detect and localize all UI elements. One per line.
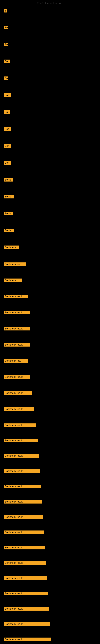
bottleneck-label: Bottleneck: [4, 246, 19, 249]
list-item: Bot: [4, 58, 96, 65]
list-item: Bottle: [4, 177, 96, 184]
bottleneck-label: Bottleneck result: [4, 592, 48, 595]
list-item: Bottleneck result: [4, 406, 96, 413]
bottleneck-label: Bottleneck result: [4, 295, 28, 298]
site-title: TheBottlenecker.com: [0, 0, 100, 6]
list-item: Bottleneck result: [4, 422, 96, 429]
list-item: Bottleneck result: [4, 499, 96, 506]
bottleneck-label: Bottlen: [4, 195, 14, 198]
bottleneck-label: Bottleneck result: [4, 311, 30, 314]
bottleneck-label: Bottleneck result: [4, 622, 50, 626]
bottleneck-label: Bottleneck result: [4, 500, 42, 504]
list-item: Bottleneck result: [4, 606, 96, 612]
bottleneck-label: Bottle: [4, 178, 13, 182]
list-item: Bottleneck result: [4, 514, 96, 521]
bottleneck-label: Bottleneck result: [4, 454, 39, 458]
list-item: Bot: [4, 109, 96, 116]
list-item: Bottleneck: [4, 244, 96, 251]
items-container: BBoBoBotBoBottBotBottBottBottBottleBottl…: [0, 6, 100, 644]
list-item: Bott: [4, 143, 96, 150]
bottleneck-label: Bott: [4, 161, 11, 164]
bottleneck-label: Bottlen: [4, 228, 14, 232]
bottleneck-label: Bot: [4, 110, 10, 114]
bottleneck-label: B: [4, 9, 7, 12]
bottleneck-label: Bottle: [4, 212, 13, 215]
bottleneck-label: Bottleneck r: [4, 278, 22, 282]
bottleneck-label: Bottleneck result: [4, 343, 30, 346]
list-item: Bottleneck resu: [4, 261, 96, 268]
bottleneck-label: Bottleneck result: [4, 439, 38, 442]
list-item: Bottleneck result: [4, 453, 96, 460]
bottleneck-label: Bottleneck result: [4, 327, 30, 330]
bottleneck-label: Bottleneck result: [4, 424, 36, 427]
bottleneck-label: Bottleneck result: [4, 607, 49, 610]
bottleneck-label: Bottleneck result: [4, 469, 40, 473]
list-item: Bottleneck result: [4, 636, 96, 643]
bottleneck-label: Bot: [4, 60, 10, 63]
list-item: Bott: [4, 126, 96, 133]
bottleneck-label: Bottleneck result: [4, 530, 44, 534]
bottleneck-label: Bo: [4, 26, 8, 30]
list-item: Bott: [4, 92, 96, 99]
bottleneck-label: Bottleneck result: [4, 515, 43, 519]
list-item: Bottleneck resu: [4, 358, 96, 365]
list-item: Bottleneck result: [4, 326, 96, 332]
list-item: Bottleneck result: [4, 575, 96, 582]
list-item: Bottleneck result: [4, 342, 96, 348]
bottleneck-label: Bottleneck resu: [4, 359, 28, 363]
bottleneck-label: Bott: [4, 127, 11, 131]
list-item: Bottleneck result: [4, 438, 96, 444]
list-item: Bottle: [4, 210, 96, 217]
bottleneck-label: Bo: [4, 43, 8, 46]
bottleneck-label: Bottleneck result: [4, 375, 30, 379]
bottleneck-label: Bo: [4, 76, 8, 80]
list-item: Bottlen: [4, 194, 96, 200]
bottleneck-label: Bott: [4, 94, 11, 97]
list-item: Bottleneck result: [4, 621, 96, 628]
bottleneck-label: Bottleneck result: [4, 561, 46, 565]
bottleneck-label: Bottleneck result: [4, 391, 32, 395]
list-item: Bottleneck result: [4, 544, 96, 552]
list-item: Bottlen: [4, 228, 96, 234]
site-title-text: TheBottlenecker.com: [37, 2, 63, 5]
list-item: Bo: [4, 42, 96, 48]
bottleneck-label: Bottleneck result: [4, 638, 50, 641]
list-item: Bott: [4, 160, 96, 167]
bottleneck-label: Bottleneck result: [4, 484, 41, 488]
list-item: Bottleneck result: [4, 294, 96, 300]
list-item: Bottleneck result: [4, 374, 96, 381]
bottleneck-label: Bottleneck result: [4, 576, 47, 580]
bottleneck-label: Bottleneck result: [4, 546, 45, 550]
list-item: Bottleneck r: [4, 277, 96, 284]
list-item: B: [4, 8, 96, 14]
list-item: Bottleneck result: [4, 484, 96, 490]
list-item: Bottleneck result: [4, 310, 96, 316]
list-item: Bottleneck result: [4, 590, 96, 597]
list-item: Bo: [4, 24, 96, 32]
list-item: Bottleneck result: [4, 390, 96, 397]
list-item: Bottleneck result: [4, 468, 96, 475]
bottleneck-label: Bottleneck result: [4, 407, 34, 411]
bottleneck-label: Bottleneck resu: [4, 262, 26, 266]
list-item: Bottleneck result: [4, 560, 96, 567]
bottleneck-label: Bott: [4, 144, 11, 148]
list-item: Bo: [4, 75, 96, 82]
list-item: Bottleneck result: [4, 529, 96, 536]
